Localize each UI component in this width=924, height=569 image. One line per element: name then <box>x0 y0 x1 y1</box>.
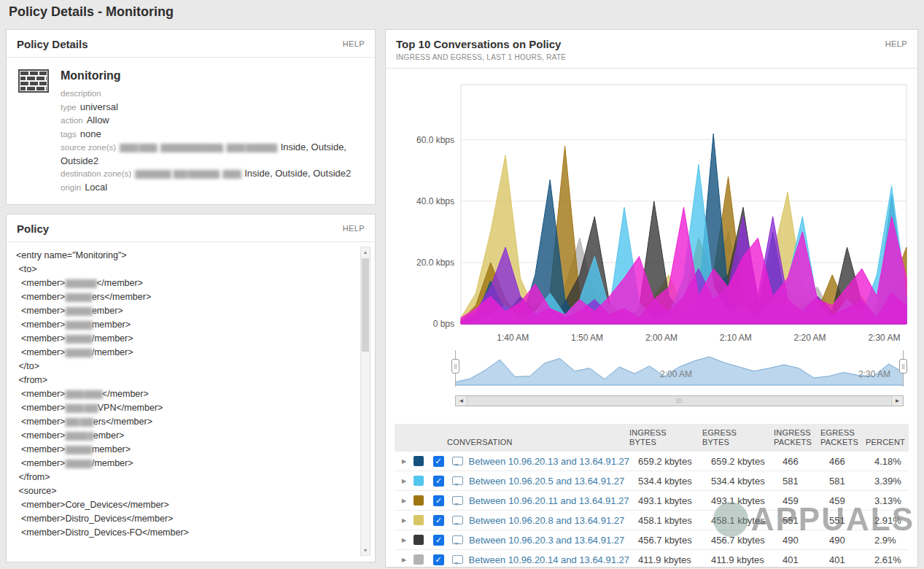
text-segment: <member> <box>16 347 65 357</box>
brush-handle-right[interactable]: || <box>899 359 907 373</box>
chart-brush[interactable]: 2:00 AM 2:30 AM || || <box>392 350 912 391</box>
conversation-cell: ▶✓Between 10.96.20.3 and 13.64.91.27 <box>395 535 629 546</box>
expand-caret-icon[interactable]: ▶ <box>402 537 414 543</box>
series-checkbox[interactable]: ✓ <box>433 476 444 487</box>
comment-icon[interactable] <box>452 535 463 544</box>
svg-text:2:20 AM: 2:20 AM <box>794 333 826 343</box>
conversation-link[interactable]: Between 10.96.20.11 and 13.64.91.27 <box>469 495 629 506</box>
xml-line: <member>██████member> <box>16 443 356 457</box>
xml-line: <member>Distro_Devices</member> <box>16 512 356 526</box>
xml-line: <member>██████/member> <box>16 346 356 360</box>
page-title: Policy Details - Monitoring <box>9 4 915 20</box>
policy-detail-field: tagsnone <box>61 128 363 142</box>
conversation-link[interactable]: Between 10.96.20.5 and 13.64.91.27 <box>469 476 624 487</box>
egress-bytes-cell: 456.7 kbytes <box>702 535 774 546</box>
redacted-text: ████ ███████, <box>227 144 279 152</box>
conversation-link[interactable]: Between 10.96.20.3 and 13.64.91.27 <box>469 535 624 546</box>
expand-caret-icon[interactable]: ▶ <box>402 478 414 484</box>
text-segment: member> <box>92 320 131 330</box>
text-segment: <member> <box>16 333 65 344</box>
egress-bytes-cell: 493.1 kbytes <box>702 495 774 506</box>
scrollbar-grip[interactable]: ||| <box>467 396 891 406</box>
policy-details-page: Policy Details - Monitoring Policy Detai… <box>0 0 924 569</box>
expand-caret-icon[interactable]: ▶ <box>402 498 414 504</box>
expand-caret-icon[interactable]: ▶ <box>402 557 414 563</box>
svg-text:2:10 AM: 2:10 AM <box>720 333 752 343</box>
policy-detail-field: destination zone(s)████████ ███ ███████,… <box>61 167 363 181</box>
brush-handle-left[interactable]: || <box>451 359 459 373</box>
field-value: ████████ ███ ███████, ████, Inside, Outs… <box>135 168 351 179</box>
redacted-text: ████ ████ <box>65 390 101 398</box>
field-value: Local <box>85 182 107 193</box>
redacted-text: ████ ███ <box>65 404 97 412</box>
svg-text:60.0 kbps: 60.0 kbps <box>416 135 454 145</box>
brush-time-label: 2:00 AM <box>660 369 692 379</box>
table-body: ▶✓Between 10.96.20.13 and 13.64.91.27659… <box>395 452 909 569</box>
redacted-text: ████████ <box>135 170 171 178</box>
xml-line: <member>Core_Devices</member> <box>16 498 356 512</box>
vertical-scrollbar[interactable]: ▲ ▼ <box>360 247 370 556</box>
text-segment: Inside, Outside, Outside2 <box>242 168 352 179</box>
scroll-down-icon[interactable]: ▼ <box>361 546 370 555</box>
comment-icon[interactable] <box>452 516 463 525</box>
comment-icon[interactable] <box>452 555 463 564</box>
help-link[interactable]: HELP <box>343 224 365 233</box>
text-segment: <member> <box>16 306 65 316</box>
egress-bytes-cell: 534.4 kbytes <box>702 476 774 487</box>
redacted-text: ██████ <box>65 349 92 357</box>
series-checkbox[interactable]: ✓ <box>433 535 444 546</box>
scroll-up-icon[interactable]: ▲ <box>361 247 370 257</box>
help-link[interactable]: HELP <box>885 39 907 48</box>
text-segment: <member> <box>16 417 65 427</box>
redacted-text: ██████ <box>65 446 92 454</box>
firewall-icon <box>18 69 50 194</box>
series-checkbox[interactable]: ✓ <box>433 554 444 565</box>
xml-line: <to> <box>16 263 356 276</box>
expand-caret-icon[interactable]: ▶ <box>402 458 414 465</box>
conversation-link[interactable]: Between 10.96.20.13 and 13.64.91.27 <box>469 456 629 467</box>
scrollbar-thumb[interactable] <box>362 258 369 352</box>
conversation-link[interactable]: Between 10.96.20.8 and 13.64.91.27 <box>469 515 624 526</box>
series-checkbox[interactable]: ✓ <box>433 456 444 467</box>
xml-line: </to> <box>16 360 356 373</box>
scroll-right-icon[interactable]: ► <box>891 396 903 406</box>
xml-line: <from> <box>16 373 356 387</box>
text-segment: ember> <box>92 306 123 316</box>
series-color-swatch <box>414 535 424 545</box>
comment-icon[interactable] <box>452 476 463 485</box>
xml-line: <member>█████ █ember> <box>16 429 356 443</box>
svg-text:2:30 AM: 2:30 AM <box>868 333 900 343</box>
ingress-packets-cell: 459 <box>774 495 820 506</box>
redacted-text: ██████ <box>65 335 92 343</box>
xml-line: <member>███████</member> <box>16 276 356 290</box>
text-segment: ember> <box>93 430 125 441</box>
text-segment: </member> <box>102 389 149 399</box>
help-link[interactable]: HELP <box>343 39 365 48</box>
xml-line: <member>Distro_Devices-FO</member> <box>16 526 356 540</box>
text-segment: </to> <box>16 361 39 371</box>
series-checkbox[interactable]: ✓ <box>433 495 444 506</box>
conversation-cell: ▶✓Between 10.96.20.14 and 13.64.91.27 <box>395 554 629 565</box>
egress-packets-cell: 459 <box>820 495 866 506</box>
series-checkbox[interactable]: ✓ <box>433 515 444 526</box>
xml-line: <member>███ ███ers</member> <box>16 415 356 429</box>
policy-panel-title: Policy <box>17 222 49 235</box>
text-segment: Local <box>85 182 107 193</box>
xml-line: </from> <box>16 471 356 484</box>
horizontal-scrollbar[interactable]: ◄ ||| ► <box>455 395 904 406</box>
policy-details-title: Policy Details <box>17 38 88 50</box>
series-color-swatch <box>414 495 424 506</box>
comment-icon[interactable] <box>452 496 463 505</box>
conversations-title: Top 10 Conversations on Policy <box>396 38 566 50</box>
field-value: Allow <box>87 115 109 125</box>
scroll-left-icon[interactable]: ◄ <box>456 396 467 406</box>
text-segment: <member> <box>16 389 65 399</box>
expand-caret-icon[interactable]: ▶ <box>402 517 414 524</box>
text-segment: <entry name="Monitoring"> <box>16 250 127 260</box>
conversation-link[interactable]: Between 10.96.20.14 and 13.64.91.27 <box>469 554 629 565</box>
comment-icon[interactable] <box>452 457 463 465</box>
column-ingress-bytes: INGRESS BYTES <box>629 428 672 447</box>
text-segment <box>220 168 223 179</box>
svg-text:40.0 kbps: 40.0 kbps <box>416 196 454 206</box>
field-label: description <box>61 89 101 98</box>
